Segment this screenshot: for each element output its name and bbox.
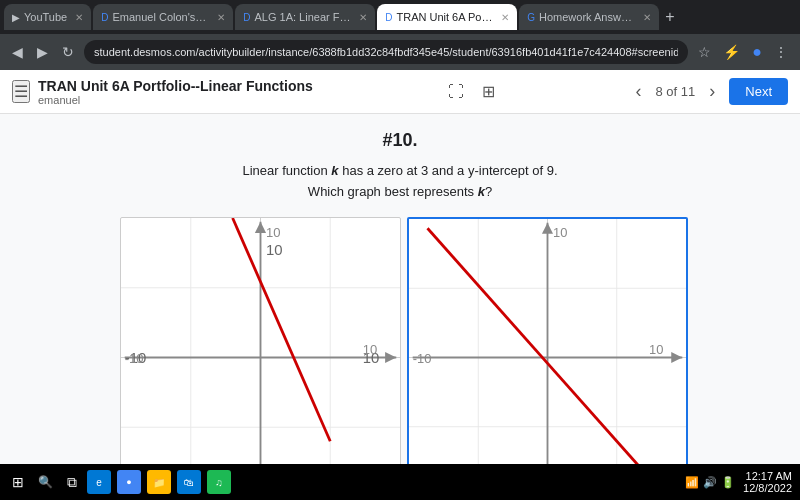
question-number: #10. (20, 130, 780, 151)
tab-homework-label: Homework Answers from... (539, 11, 635, 23)
function-k: k (331, 163, 338, 178)
graph-b[interactable]: 10 10 -10 -10 (407, 217, 688, 464)
tab-youtube-label: YouTube (24, 11, 67, 23)
function-k2: k (478, 184, 485, 199)
folder-taskbar[interactable]: 📁 (147, 470, 171, 494)
svg-text:10: 10 (266, 242, 283, 258)
tab-tran-close[interactable]: ✕ (501, 12, 509, 23)
svg-marker-14 (385, 352, 396, 363)
bookmark-icon[interactable]: ☆ (694, 40, 715, 64)
alg-favicon: D (243, 12, 250, 23)
wifi-icon: 📶 (685, 476, 699, 489)
homework-favicon: G (527, 12, 535, 23)
tab-home-label: Emanuel Colon's Home P... (112, 11, 209, 23)
tab-alg-close[interactable]: ✕ (359, 12, 367, 23)
volume-icon: 🔊 (703, 476, 717, 489)
new-tab-button[interactable]: + (661, 4, 678, 30)
app-header-center: ⛶ ⊞ (444, 78, 499, 105)
forward-button[interactable]: ▶ (33, 40, 52, 64)
graph-b-svg: 10 10 -10 -10 (409, 219, 686, 464)
tab-home-close[interactable]: ✕ (217, 12, 225, 23)
tab-bar: ▶ YouTube ✕ D Emanuel Colon's Home P... … (0, 0, 800, 34)
system-icons: 📶 🔊 🔋 (685, 476, 735, 489)
question-text: Linear function k has a zero at 3 and a … (20, 161, 780, 203)
clock: 12:17 AM 12/8/2022 (743, 470, 792, 494)
svg-text:10: 10 (553, 225, 567, 240)
app-title-block: TRAN Unit 6A Portfolio--Linear Functions… (38, 78, 313, 106)
app-header: ☰ TRAN Unit 6A Portfolio--Linear Functio… (0, 70, 800, 114)
tab-tran-label: TRAN Unit 6A Portfolio-... (396, 11, 493, 23)
menu-icon[interactable]: ⋮ (770, 40, 792, 64)
expand-button[interactable]: ⛶ (444, 78, 468, 105)
date-display: 12/8/2022 (743, 482, 792, 494)
tab-youtube-close[interactable]: ✕ (75, 12, 83, 23)
address-bar: ◀ ▶ ↻ ☆ ⚡ ● ⋮ (0, 34, 800, 70)
reload-button[interactable]: ↻ (58, 40, 78, 64)
question-line1: Linear function k has a zero at 3 and a … (20, 161, 780, 182)
taskbar: ⊞ 🔍 ⧉ e ● 📁 🛍 ♫ 📶 🔊 🔋 12:17 AM 12/8/2022 (0, 464, 800, 500)
back-button[interactable]: ◀ (8, 40, 27, 64)
prev-page-button[interactable]: ‹ (630, 79, 648, 104)
tab-homework[interactable]: G Homework Answers from... ✕ (519, 4, 659, 30)
graph-a-svg: 10 -10 -10 10 10 10 -10 -10 (121, 218, 400, 464)
time-display: 12:17 AM (743, 470, 792, 482)
svg-text:10: 10 (363, 341, 377, 356)
tab-youtube[interactable]: ▶ YouTube ✕ (4, 4, 91, 30)
tran-favicon: D (385, 12, 392, 23)
chrome-taskbar[interactable]: ● (117, 470, 141, 494)
home-favicon: D (101, 12, 108, 23)
browser-chrome: ▶ YouTube ✕ D Emanuel Colon's Home P... … (0, 0, 800, 70)
edge-taskbar[interactable]: e (87, 470, 111, 494)
svg-text:10: 10 (649, 341, 663, 356)
page-info: 8 of 11 (656, 84, 696, 99)
app-subtitle: emanuel (38, 94, 313, 106)
tab-home[interactable]: D Emanuel Colon's Home P... ✕ (93, 4, 233, 30)
question-line2: Which graph best represents k? (20, 182, 780, 203)
taskbar-right: 📶 🔊 🔋 12:17 AM 12/8/2022 (685, 470, 792, 494)
main-content: #10. Linear function k has a zero at 3 a… (0, 114, 800, 464)
calculator-button[interactable]: ⊞ (478, 78, 499, 105)
toolbar-icons: ☆ ⚡ ● ⋮ (694, 39, 792, 65)
task-view[interactable]: ⧉ (63, 472, 81, 493)
graphs-grid: 10 -10 -10 10 10 10 -10 -10 (120, 217, 680, 464)
start-button[interactable]: ⊞ (8, 472, 28, 492)
svg-text:-10: -10 (125, 351, 144, 366)
svg-marker-29 (671, 352, 682, 363)
search-taskbar[interactable]: 🔍 (34, 473, 57, 491)
tab-alg[interactable]: D ALG 1A: Linear Functions ✕ (235, 4, 375, 30)
app-title: TRAN Unit 6A Portfolio--Linear Functions (38, 78, 313, 94)
next-page-arrow[interactable]: › (703, 79, 721, 104)
next-button[interactable]: Next (729, 78, 788, 105)
spotify-taskbar[interactable]: ♫ (207, 470, 231, 494)
taskbar-left: ⊞ 🔍 ⧉ e ● 📁 🛍 ♫ (8, 470, 231, 494)
app-header-right: ‹ 8 of 11 › Next (630, 78, 789, 105)
hamburger-menu[interactable]: ☰ (12, 80, 30, 103)
svg-marker-28 (542, 222, 553, 233)
tab-tran[interactable]: D TRAN Unit 6A Portfolio-... ✕ (377, 4, 517, 30)
svg-text:-10: -10 (413, 351, 432, 366)
address-input[interactable] (84, 40, 688, 64)
youtube-favicon: ▶ (12, 12, 20, 23)
battery-icon: 🔋 (721, 476, 735, 489)
svg-marker-13 (255, 221, 266, 232)
svg-text:10: 10 (266, 224, 280, 239)
svg-line-27 (427, 228, 649, 464)
graph-a[interactable]: 10 -10 -10 10 10 10 -10 -10 (120, 217, 401, 464)
store-taskbar[interactable]: 🛍 (177, 470, 201, 494)
tab-alg-label: ALG 1A: Linear Functions (254, 11, 351, 23)
app-header-left: ☰ TRAN Unit 6A Portfolio--Linear Functio… (12, 78, 313, 106)
tab-homework-close[interactable]: ✕ (643, 12, 651, 23)
extensions-icon[interactable]: ⚡ (719, 40, 744, 64)
profile-icon[interactable]: ● (748, 39, 766, 65)
